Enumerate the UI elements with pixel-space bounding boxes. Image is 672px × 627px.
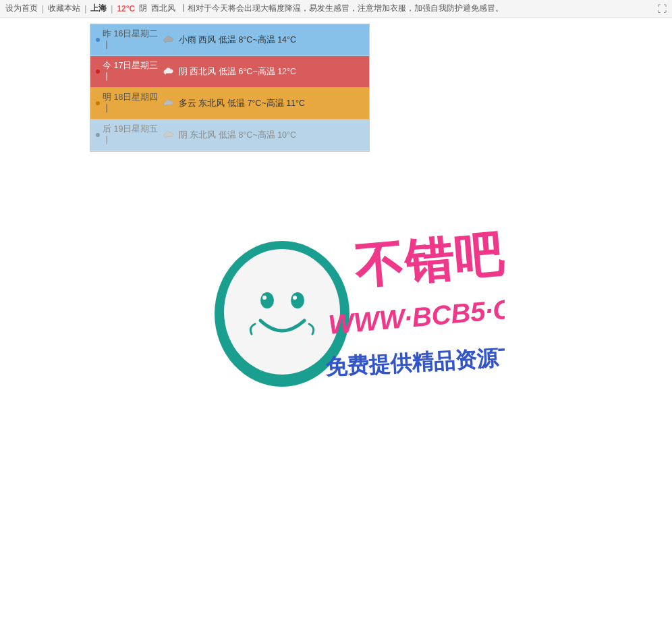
day-yesterday: 昨 16日星期二 丨 [103,28,160,51]
sep3: | [111,4,113,13]
logo-svg: 不错吧 WWW·BCB5·COM 免费提供精品资源下载 [167,202,505,418]
svg-point-5 [293,296,297,300]
bookmark-link[interactable]: 收藏本站 [48,3,80,14]
desc-yesterday: 小雨 西风 低温 8°C~高温 14°C [179,34,364,46]
svg-text:WWW·BCB5·COM: WWW·BCB5·COM [327,290,505,339]
dot-yesterday [96,38,100,42]
weather-widget: 昨 16日星期二 丨 小雨 西风 低温 8°C~高温 14°C 今 17日星期三… [90,24,370,152]
svg-point-4 [262,296,267,300]
city-label: 上海 [90,3,107,14]
top-bar: 设为首页 | 收藏本站 | 上海 | 12°C 阴 西北风 丨相对于今天将会出现… [0,0,672,18]
fullscreen-button[interactable]: ⛶ [657,3,667,14]
temperature-label: 12°C [117,4,135,13]
set-homepage-link[interactable]: 设为首页 [5,3,38,14]
logo-area: 不错吧 WWW·BCB5·COM 免费提供精品资源下载 [167,196,505,425]
svg-text:免费提供精品资源下载: 免费提供精品资源下载 [324,344,505,379]
svg-point-2 [260,292,274,308]
sep1: | [42,4,44,13]
notice-text: 丨相对于今天将会出现大幅度降温，易发生感冒，注意增加衣服，加强自我防护避免感冒。 [179,3,667,14]
desc-tomorrow: 多云 东北风 低温 7°C~高温 11°C [179,98,364,109]
weather-row-after: 后 19日星期五 丨 阴 东北风 低温 8°C~高温 10°C [90,119,369,151]
weather-row-yesterday: 昨 16日星期二 丨 小雨 西风 低温 8°C~高温 14°C [90,24,369,56]
dot-after [96,133,100,137]
svg-text:不错吧: 不错吧 [352,227,505,294]
desc-today: 阴 西北风 低温 6°C~高温 12°C [179,66,364,78]
cloud-icon-yesterday [163,34,176,45]
cloud-icon-tomorrow [163,98,176,109]
day-tomorrow: 明 18日星期四 丨 [103,92,160,115]
svg-point-3 [291,292,304,308]
weather-row-tomorrow: 明 18日星期四 丨 多云 东北风 低温 7°C~高温 11°C [90,88,369,119]
desc-after: 阴 东北风 低温 8°C~高温 10°C [179,130,364,141]
condition-label: 阴 [139,3,147,14]
weather-row-today: 今 17日星期三 丨 阴 西北风 低温 6°C~高温 12°C [90,56,369,88]
svg-point-1 [224,249,340,375]
wind-label: 西北风 [151,3,175,14]
dot-tomorrow [96,101,100,105]
day-after: 后 19日星期五 丨 [103,124,160,146]
day-today: 今 17日星期三 丨 [103,60,160,83]
sep2: | [84,4,86,13]
dot-today [96,70,100,74]
cloud-icon-after [163,130,176,140]
cloud-icon-today [163,66,176,77]
